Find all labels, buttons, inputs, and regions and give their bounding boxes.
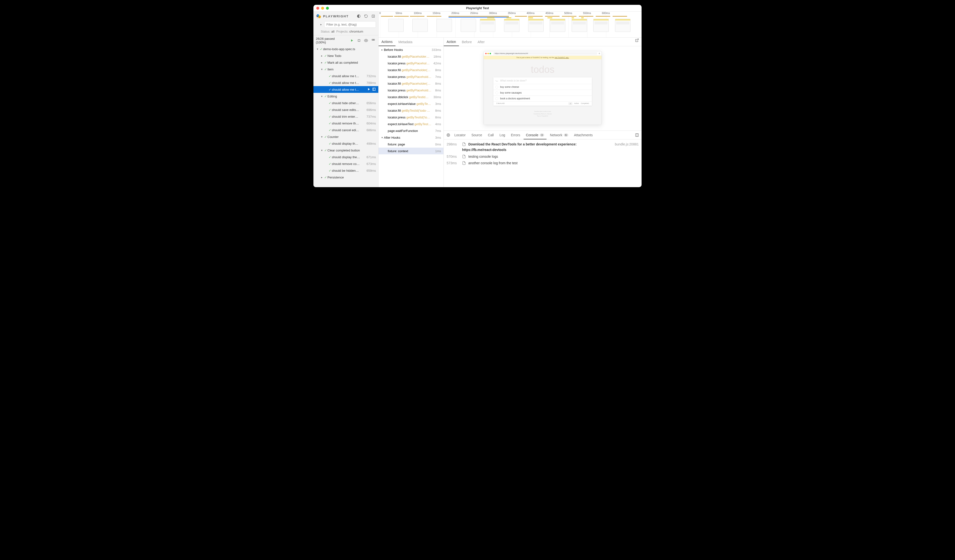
action-duration: 8ms: [435, 68, 441, 72]
tree-row[interactable]: ▸ ✓ New Todo: [313, 52, 378, 59]
timeline-thumbnail[interactable]: [571, 19, 587, 32]
timeline-thumbnail[interactable]: [615, 19, 631, 32]
bottom-tab-errors[interactable]: Errors: [509, 131, 523, 139]
timeline-thumbnail[interactable]: [460, 19, 476, 32]
inspect-icon[interactable]: [446, 132, 451, 138]
tree-label: should allow me t…: [332, 88, 365, 91]
tree-row[interactable]: ✓ should save edits… 696ms: [313, 106, 378, 113]
preview-url: https://demo.playwright.dev/todomvc/#/: [493, 52, 597, 55]
console-link[interactable]: https://fb.me/react-devtools: [447, 148, 639, 152]
run-icon[interactable]: [349, 38, 354, 43]
tree-row[interactable]: ▾ ✓ Editing: [313, 93, 378, 100]
filter-input[interactable]: [324, 21, 376, 28]
tab-before[interactable]: Before: [459, 38, 474, 46]
tree-label: New Todo: [327, 54, 376, 58]
console-output: 298ms Download the React DevTools for a …: [444, 139, 642, 187]
tree-row[interactable]: ✓ should cancel edi… 686ms: [313, 127, 378, 133]
tree-row[interactable]: ✓ should display the… 671ms: [313, 153, 378, 160]
action-label: Before Hooks: [384, 48, 432, 52]
reload-icon[interactable]: [363, 14, 369, 19]
action-row[interactable]: expect.toHaveValue getByTe… 3ms: [379, 100, 443, 107]
tree-label: Clear completed button: [327, 149, 376, 152]
console-source[interactable]: bundle.js:20881: [615, 142, 639, 146]
action-row[interactable]: locator.press getByPlacehol… 42ms: [379, 60, 443, 67]
tab-actions[interactable]: Actions: [379, 38, 396, 46]
filter-chevron-icon[interactable]: ▸: [320, 23, 323, 26]
tree-row[interactable]: ✓ should allow me t…: [313, 86, 378, 93]
timeline[interactable]: 050ms100ms150ms200ms250ms300ms350ms400ms…: [379, 12, 642, 38]
timeline-tick: 550ms: [583, 12, 591, 14]
bottom-tab-source[interactable]: Source: [469, 131, 484, 139]
tree-row[interactable]: ✓ should be hidden… 659ms: [313, 167, 378, 174]
action-row[interactable]: fixture: context 1ms: [379, 148, 443, 154]
chevron-icon: ▸: [320, 61, 324, 64]
timeline-thumbnail[interactable]: [412, 19, 428, 32]
tree-row[interactable]: ▾ ✓ Counter: [313, 133, 378, 140]
action-row[interactable]: locator.dblclick getByTestId… 30ms: [379, 94, 443, 100]
show-source-icon[interactable]: [372, 87, 376, 92]
tree-row[interactable]: ✓ should remove th… 604ms: [313, 120, 378, 127]
bottom-tab-console[interactable]: Console 3: [524, 131, 547, 139]
timeline-thumbnail[interactable]: [550, 19, 565, 32]
timeline-thumbnail[interactable]: [437, 19, 452, 32]
bottom-tab-locator[interactable]: Locator: [452, 131, 468, 139]
tree-row[interactable]: ▸ ✓ Mark all as completed: [313, 59, 378, 66]
tree-row[interactable]: ✓ should trim enter… 737ms: [313, 113, 378, 120]
bottom-tab-log[interactable]: Log: [497, 131, 507, 139]
stop-icon[interactable]: [356, 38, 362, 43]
popout-icon[interactable]: [634, 38, 640, 43]
layout-toggle-icon[interactable]: [634, 132, 640, 138]
theme-toggle-icon[interactable]: [356, 14, 362, 19]
tree-label: should save edits…: [332, 108, 366, 112]
timeline-thumbnail[interactable]: [388, 19, 404, 32]
minimize-window-icon[interactable]: [321, 7, 324, 9]
bottom-tab-attachments[interactable]: Attachments: [571, 131, 595, 139]
tree-row[interactable]: ✓ should display th… 499ms: [313, 140, 378, 147]
action-row[interactable]: page.waitForFunction 7ms: [379, 127, 443, 134]
action-row[interactable]: locator.press getByPlacehold… 8ms: [379, 87, 443, 94]
action-row[interactable]: locator.fill getByTestId('todo-… 8ms: [379, 107, 443, 114]
status-value[interactable]: all: [331, 30, 334, 33]
project-value[interactable]: chromium: [349, 30, 363, 33]
action-label: fixture: page: [384, 142, 435, 146]
timeline-thumbnail[interactable]: [504, 19, 520, 32]
collapse-icon[interactable]: [371, 38, 376, 43]
action-row[interactable]: ▸ Before Hooks 333ms: [379, 46, 443, 53]
duration: 732ms: [366, 74, 376, 78]
maximize-window-icon[interactable]: [326, 7, 329, 9]
bottom-tab-call[interactable]: Call: [485, 131, 496, 139]
actions-column: Actions Metadata ▸ Before Hooks 333ms lo…: [379, 38, 444, 187]
tree-row[interactable]: ✓ should hide other… 656ms: [313, 100, 378, 106]
console-time: 298ms: [447, 142, 460, 146]
expand-icon[interactable]: [371, 14, 376, 19]
action-row[interactable]: ▾ After Hooks 3ms: [379, 134, 443, 141]
action-row[interactable]: expect.toHaveText getByTest… 4ms: [379, 120, 443, 127]
check-icon: ✓: [324, 61, 327, 64]
action-row[interactable]: locator.fill getByPlaceholder(… 8ms: [379, 80, 443, 87]
tree-row[interactable]: ▾ ✓ demo-todo-app.spec.ts: [313, 45, 378, 52]
filter-completed: Completed: [581, 103, 589, 105]
tree-row[interactable]: ▾ ✓ Clear completed button: [313, 147, 378, 153]
action-row[interactable]: locator.fill getByPlaceholder… 18ms: [379, 53, 443, 60]
bottom-tab-network[interactable]: Network 6: [548, 131, 570, 139]
action-row[interactable]: fixture: page 0ms: [379, 141, 443, 148]
timeline-thumbnail[interactable]: [480, 19, 495, 32]
close-window-icon[interactable]: [316, 7, 319, 9]
timeline-thumbnail[interactable]: [528, 19, 543, 32]
tree-row[interactable]: ▾ ✓ Item: [313, 66, 378, 73]
tree-row[interactable]: ✓ should allow me t… 788ms: [313, 79, 378, 86]
tab-action[interactable]: Action: [444, 38, 459, 46]
tree-row[interactable]: ✓ should remove co… 673ms: [313, 160, 378, 167]
action-row[interactable]: locator.press getByPlacehold… 7ms: [379, 74, 443, 80]
tab-metadata[interactable]: Metadata: [396, 38, 415, 46]
watch-icon[interactable]: [363, 38, 369, 43]
tab-after[interactable]: After: [474, 38, 488, 46]
action-row[interactable]: locator.fill getByPlaceholder(… 8ms: [379, 67, 443, 74]
action-row[interactable]: locator.press getByTestId('to… 8ms: [379, 114, 443, 120]
timeline-bar-yellow: [506, 17, 511, 18]
timeline-thumbnail[interactable]: [593, 19, 609, 32]
tree-row[interactable]: ✓ should allow me t… 732ms: [313, 73, 378, 79]
tree-row[interactable]: ▸ ✓ Persistence: [313, 174, 378, 181]
badge: 3: [540, 134, 544, 136]
play-icon[interactable]: [367, 87, 371, 92]
